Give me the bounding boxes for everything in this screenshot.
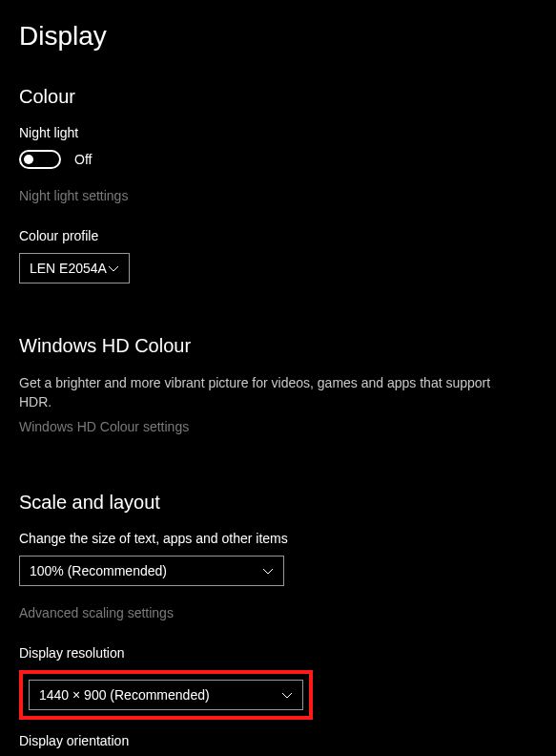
chevron-down-icon <box>108 265 119 272</box>
toggle-knob <box>24 155 33 164</box>
resolution-label: Display resolution <box>19 645 537 661</box>
resolution-dropdown[interactable]: 1440 × 900 (Recommended) <box>29 680 303 710</box>
scale-size-label: Change the size of text, apps and other … <box>19 531 537 546</box>
section-hd-heading: Windows HD Colour <box>19 335 537 357</box>
scale-size-dropdown[interactable]: 100% (Recommended) <box>19 556 284 586</box>
colour-profile-dropdown[interactable]: LEN E2054A <box>19 253 130 284</box>
section-colour-heading: Colour <box>19 86 537 108</box>
night-light-state: Off <box>74 152 92 167</box>
colour-profile-label: Colour profile <box>19 228 537 243</box>
hd-description: Get a brighter and more vibrant picture … <box>19 374 496 411</box>
hd-settings-link: Windows HD Colour settings <box>19 419 537 434</box>
night-light-toggle[interactable] <box>19 150 61 169</box>
orientation-label: Display orientation <box>19 733 537 748</box>
advanced-scaling-link: Advanced scaling settings <box>19 605 537 620</box>
chevron-down-icon <box>262 568 274 575</box>
night-light-settings-link: Night light settings <box>19 188 537 203</box>
colour-profile-value: LEN E2054A <box>30 261 107 276</box>
chevron-down-icon <box>281 692 293 699</box>
resolution-value: 1440 × 900 (Recommended) <box>39 687 210 703</box>
scale-size-value: 100% (Recommended) <box>30 563 167 578</box>
page-title: Display <box>19 21 537 52</box>
night-light-label: Night light <box>19 125 537 140</box>
resolution-highlight: 1440 × 900 (Recommended) <box>19 670 313 720</box>
section-scale-heading: Scale and layout <box>19 492 537 514</box>
